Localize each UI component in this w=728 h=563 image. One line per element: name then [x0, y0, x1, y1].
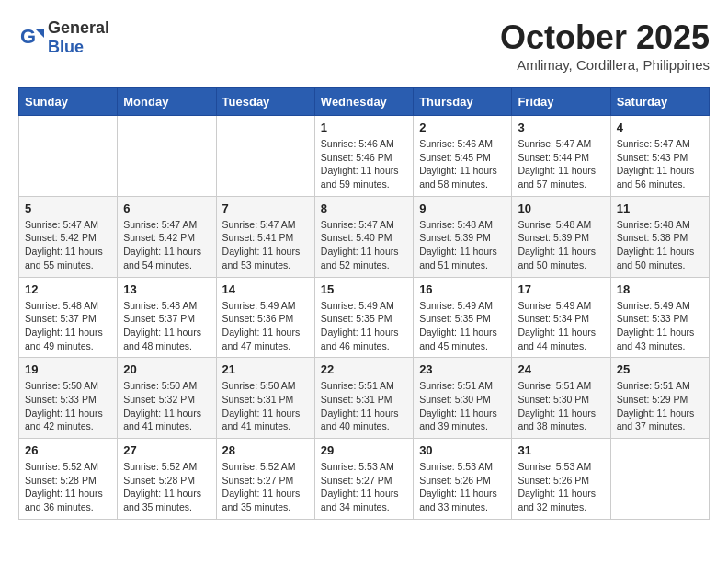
- day-number: 5: [25, 201, 111, 215]
- day-info: Sunrise: 5:47 AMSunset: 5:41 PMDaylight:…: [222, 218, 309, 272]
- logo-icon: G: [18, 25, 44, 51]
- calendar-cell: 9Sunrise: 5:48 AMSunset: 5:39 PMDaylight…: [414, 196, 512, 277]
- calendar-week-2: 5Sunrise: 5:47 AMSunset: 5:42 PMDaylight…: [19, 196, 710, 277]
- calendar-cell: 17Sunrise: 5:49 AMSunset: 5:34 PMDayligh…: [512, 277, 610, 358]
- calendar-cell: 18Sunrise: 5:49 AMSunset: 5:33 PMDayligh…: [610, 277, 709, 358]
- day-number: 10: [518, 201, 604, 215]
- day-info: Sunrise: 5:48 AMSunset: 5:39 PMDaylight:…: [518, 218, 604, 272]
- day-info: Sunrise: 5:49 AMSunset: 5:33 PMDaylight:…: [617, 299, 703, 353]
- calendar-cell: 16Sunrise: 5:49 AMSunset: 5:35 PMDayligh…: [414, 277, 512, 358]
- weekday-header-tuesday: Tuesday: [216, 88, 314, 116]
- day-info: Sunrise: 5:52 AMSunset: 5:28 PMDaylight:…: [25, 460, 111, 514]
- day-number: 23: [419, 362, 506, 376]
- calendar-cell: 8Sunrise: 5:47 AMSunset: 5:40 PMDaylight…: [314, 196, 413, 277]
- weekday-header-monday: Monday: [118, 88, 216, 116]
- calendar-cell: 11Sunrise: 5:48 AMSunset: 5:38 PMDayligh…: [610, 196, 709, 277]
- calendar-cell: 14Sunrise: 5:49 AMSunset: 5:36 PMDayligh…: [216, 277, 314, 358]
- weekday-header-row: SundayMondayTuesdayWednesdayThursdayFrid…: [19, 88, 710, 116]
- day-info: Sunrise: 5:48 AMSunset: 5:38 PMDaylight:…: [617, 218, 703, 272]
- calendar-cell: 30Sunrise: 5:53 AMSunset: 5:26 PMDayligh…: [414, 439, 512, 520]
- calendar-cell: [610, 439, 709, 520]
- day-number: 28: [222, 443, 309, 457]
- day-info: Sunrise: 5:50 AMSunset: 5:32 PMDaylight:…: [123, 379, 210, 433]
- day-number: 8: [321, 201, 407, 215]
- calendar-cell: 4Sunrise: 5:47 AMSunset: 5:43 PMDaylight…: [610, 116, 709, 197]
- calendar-cell: 6Sunrise: 5:47 AMSunset: 5:42 PMDaylight…: [118, 196, 216, 277]
- day-number: 22: [321, 362, 407, 376]
- page-header: G General Blue October 2025 Amlimay, Cor…: [18, 18, 710, 73]
- day-number: 31: [518, 443, 604, 457]
- day-info: Sunrise: 5:47 AMSunset: 5:44 PMDaylight:…: [518, 137, 604, 191]
- day-number: 1: [321, 121, 407, 134]
- svg-marker-1: [35, 29, 44, 38]
- day-number: 26: [25, 443, 111, 457]
- day-info: Sunrise: 5:51 AMSunset: 5:30 PMDaylight:…: [419, 379, 506, 433]
- day-info: Sunrise: 5:46 AMSunset: 5:45 PMDaylight:…: [419, 137, 506, 191]
- day-number: 18: [617, 282, 703, 296]
- calendar-cell: 31Sunrise: 5:53 AMSunset: 5:26 PMDayligh…: [512, 439, 610, 520]
- day-info: Sunrise: 5:49 AMSunset: 5:36 PMDaylight:…: [222, 299, 309, 353]
- day-info: Sunrise: 5:49 AMSunset: 5:34 PMDaylight:…: [518, 299, 604, 353]
- day-number: 15: [321, 282, 407, 296]
- calendar-cell: 23Sunrise: 5:51 AMSunset: 5:30 PMDayligh…: [414, 358, 512, 439]
- day-info: Sunrise: 5:49 AMSunset: 5:35 PMDaylight:…: [419, 299, 506, 353]
- day-number: 3: [518, 121, 604, 134]
- day-info: Sunrise: 5:48 AMSunset: 5:39 PMDaylight:…: [419, 218, 506, 272]
- day-number: 17: [518, 282, 604, 296]
- calendar-cell: 12Sunrise: 5:48 AMSunset: 5:37 PMDayligh…: [19, 277, 118, 358]
- weekday-header-wednesday: Wednesday: [314, 88, 413, 116]
- logo-blue: Blue: [48, 38, 84, 56]
- day-info: Sunrise: 5:47 AMSunset: 5:42 PMDaylight:…: [25, 218, 111, 272]
- day-info: Sunrise: 5:53 AMSunset: 5:26 PMDaylight:…: [518, 460, 604, 514]
- day-number: 27: [123, 443, 210, 457]
- day-number: 11: [617, 201, 703, 215]
- logo: G General Blue: [18, 18, 109, 57]
- day-info: Sunrise: 5:53 AMSunset: 5:26 PMDaylight:…: [419, 460, 506, 514]
- calendar-cell: 5Sunrise: 5:47 AMSunset: 5:42 PMDaylight…: [19, 196, 118, 277]
- day-info: Sunrise: 5:47 AMSunset: 5:40 PMDaylight:…: [321, 218, 407, 272]
- weekday-header-friday: Friday: [512, 88, 610, 116]
- calendar-table: SundayMondayTuesdayWednesdayThursdayFrid…: [18, 87, 710, 520]
- day-number: 25: [617, 362, 703, 376]
- day-info: Sunrise: 5:48 AMSunset: 5:37 PMDaylight:…: [123, 299, 210, 353]
- calendar-cell: [216, 116, 314, 197]
- day-number: 16: [419, 282, 506, 296]
- weekday-header-saturday: Saturday: [610, 88, 709, 116]
- calendar-cell: 22Sunrise: 5:51 AMSunset: 5:31 PMDayligh…: [314, 358, 413, 439]
- day-info: Sunrise: 5:51 AMSunset: 5:31 PMDaylight:…: [321, 379, 407, 433]
- day-info: Sunrise: 5:52 AMSunset: 5:28 PMDaylight:…: [123, 460, 210, 514]
- calendar-cell: 15Sunrise: 5:49 AMSunset: 5:35 PMDayligh…: [314, 277, 413, 358]
- day-info: Sunrise: 5:47 AMSunset: 5:43 PMDaylight:…: [617, 137, 703, 191]
- calendar-cell: 26Sunrise: 5:52 AMSunset: 5:28 PMDayligh…: [19, 439, 118, 520]
- calendar-cell: 1Sunrise: 5:46 AMSunset: 5:46 PMDaylight…: [314, 116, 413, 197]
- calendar-week-5: 26Sunrise: 5:52 AMSunset: 5:28 PMDayligh…: [19, 439, 710, 520]
- month-title: October 2025: [500, 18, 710, 57]
- day-number: 14: [222, 282, 309, 296]
- calendar-cell: 3Sunrise: 5:47 AMSunset: 5:44 PMDaylight…: [512, 116, 610, 197]
- day-number: 29: [321, 443, 407, 457]
- title-block: October 2025 Amlimay, Cordillera, Philip…: [500, 18, 710, 73]
- day-number: 2: [419, 121, 506, 134]
- day-number: 9: [419, 201, 506, 215]
- day-number: 30: [419, 443, 506, 457]
- day-info: Sunrise: 5:53 AMSunset: 5:27 PMDaylight:…: [321, 460, 407, 514]
- calendar-cell: 24Sunrise: 5:51 AMSunset: 5:30 PMDayligh…: [512, 358, 610, 439]
- day-info: Sunrise: 5:51 AMSunset: 5:29 PMDaylight:…: [617, 379, 703, 433]
- calendar-cell: 28Sunrise: 5:52 AMSunset: 5:27 PMDayligh…: [216, 439, 314, 520]
- calendar-cell: 13Sunrise: 5:48 AMSunset: 5:37 PMDayligh…: [118, 277, 216, 358]
- day-info: Sunrise: 5:51 AMSunset: 5:30 PMDaylight:…: [518, 379, 604, 433]
- day-number: 6: [123, 201, 210, 215]
- calendar-cell: 25Sunrise: 5:51 AMSunset: 5:29 PMDayligh…: [610, 358, 709, 439]
- day-number: 12: [25, 282, 111, 296]
- day-number: 24: [518, 362, 604, 376]
- day-number: 19: [25, 362, 111, 376]
- logo-general: General: [48, 18, 109, 37]
- calendar-cell: 21Sunrise: 5:50 AMSunset: 5:31 PMDayligh…: [216, 358, 314, 439]
- day-info: Sunrise: 5:50 AMSunset: 5:33 PMDaylight:…: [25, 379, 111, 433]
- day-info: Sunrise: 5:50 AMSunset: 5:31 PMDaylight:…: [222, 379, 309, 433]
- calendar-cell: 7Sunrise: 5:47 AMSunset: 5:41 PMDaylight…: [216, 196, 314, 277]
- day-number: 13: [123, 282, 210, 296]
- calendar-cell: [118, 116, 216, 197]
- calendar-cell: 29Sunrise: 5:53 AMSunset: 5:27 PMDayligh…: [314, 439, 413, 520]
- day-number: 20: [123, 362, 210, 376]
